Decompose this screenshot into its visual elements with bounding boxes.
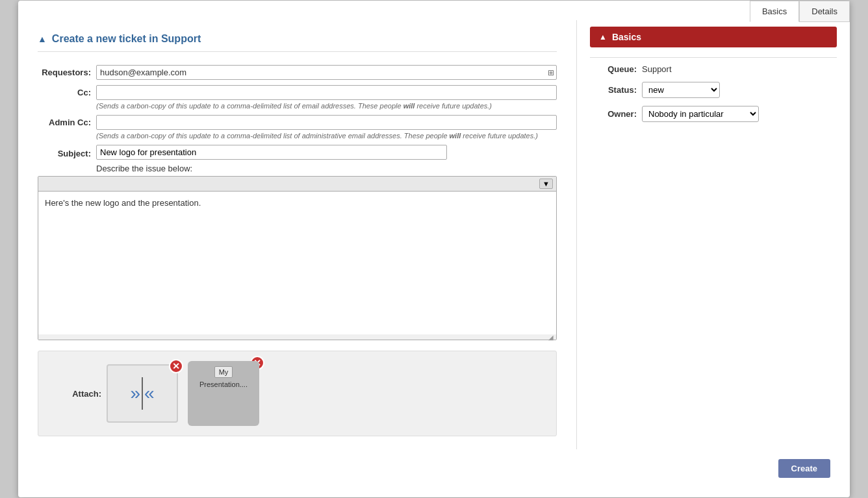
- attach-section: Attach: ✕ » «: [38, 351, 557, 436]
- describe-label: Describe the issue below:: [96, 164, 557, 173]
- admin-cc-hint: (Sends a carbon-copy of this update to a…: [96, 132, 557, 140]
- top-tabs: Basics Details: [750, 1, 850, 22]
- file-preview: ✕ My Presentation....: [188, 361, 259, 426]
- attach-label: Attach:: [48, 389, 107, 399]
- requestors-input[interactable]: [96, 65, 557, 80]
- file-drop-zone[interactable]: » «: [107, 364, 178, 423]
- remove-upload-button[interactable]: ✕: [169, 359, 183, 373]
- file-thumbnail[interactable]: My Presentation....: [188, 361, 259, 426]
- admin-cc-field: (Sends a carbon-copy of this update to a…: [96, 115, 557, 140]
- collapse-icon[interactable]: ▲: [38, 34, 47, 44]
- arrow-right-icon: «: [144, 383, 155, 404]
- arrow-left-icon: »: [130, 383, 140, 404]
- status-select[interactable]: new open stalled resolved rejected delet…: [642, 82, 720, 98]
- queue-value: Support: [642, 64, 672, 74]
- requestors-field: ⊞: [96, 65, 557, 80]
- user-icon: ⊞: [548, 68, 554, 77]
- page-title: Create a new ticket in Support: [52, 33, 201, 45]
- owner-select[interactable]: Nobody in particular hudson: [642, 106, 759, 122]
- admin-cc-input[interactable]: [96, 115, 557, 130]
- file-upload-area: ✕ » «: [107, 364, 178, 423]
- file-thumb-name: Presentation....: [199, 380, 248, 388]
- page-title-row: ▲ Create a new ticket in Support: [38, 33, 557, 52]
- cc-hint: (Sends a carbon-copy of this update to a…: [96, 102, 557, 110]
- section-divider: [590, 57, 837, 58]
- editor-toolbar-btn[interactable]: ▼: [539, 179, 553, 189]
- section-collapse-icon[interactable]: ▲: [599, 32, 607, 42]
- tab-basics[interactable]: Basics: [750, 1, 799, 22]
- right-panel: ▲ Basics Queue: Support Status: new open…: [577, 20, 850, 449]
- status-row: Status: new open stalled resolved reject…: [590, 82, 837, 98]
- owner-label: Owner:: [603, 109, 642, 119]
- main-window: Basics Details ▲ Create a new ticket in …: [18, 1, 850, 497]
- admin-cc-label: Admin Cc:: [38, 115, 96, 127]
- subject-row: Subject:: [38, 145, 557, 160]
- subject-field: [96, 145, 557, 160]
- queue-label: Queue:: [603, 64, 642, 74]
- basics-section-header: ▲ Basics: [590, 27, 837, 47]
- subject-label: Subject:: [38, 146, 96, 158]
- cc-label: Cc:: [38, 85, 96, 97]
- owner-row: Owner: Nobody in particular hudson: [590, 106, 837, 122]
- attach-content: ✕ » « ✕ My: [107, 361, 546, 426]
- requestors-label: Requestors:: [38, 65, 96, 77]
- editor-body[interactable]: Here's the new logo and the presentation…: [38, 192, 556, 334]
- editor-resize: ◢: [38, 334, 556, 340]
- arrows-divider: [142, 377, 143, 410]
- resize-handle-icon[interactable]: ◢: [548, 334, 555, 340]
- file-thumb-header: My: [214, 366, 233, 378]
- left-panel: ▲ Create a new ticket in Support Request…: [18, 20, 577, 449]
- queue-row: Queue: Support: [590, 64, 837, 74]
- requestors-input-wrapper: ⊞: [96, 65, 557, 80]
- editor-text: Here's the new logo and the presentation…: [45, 198, 201, 208]
- subject-input[interactable]: [96, 145, 447, 160]
- editor-container: ▼ Here's the new logo and the presentati…: [38, 176, 557, 340]
- section-title: Basics: [612, 32, 641, 42]
- main-content: ▲ Create a new ticket in Support Request…: [18, 1, 850, 449]
- requestors-row: Requestors: ⊞: [38, 65, 557, 80]
- upload-arrows-icon: » «: [130, 377, 154, 410]
- tab-details[interactable]: Details: [799, 1, 850, 21]
- editor-toolbar: ▼: [38, 177, 556, 192]
- cc-field: (Sends a carbon-copy of this update to a…: [96, 85, 557, 110]
- cc-row: Cc: (Sends a carbon-copy of this update …: [38, 85, 557, 110]
- form-actions: Create: [18, 449, 850, 484]
- create-button[interactable]: Create: [778, 459, 830, 478]
- admin-cc-row: Admin Cc: (Sends a carbon-copy of this u…: [38, 115, 557, 140]
- cc-input[interactable]: [96, 85, 557, 100]
- status-label: Status:: [603, 85, 642, 95]
